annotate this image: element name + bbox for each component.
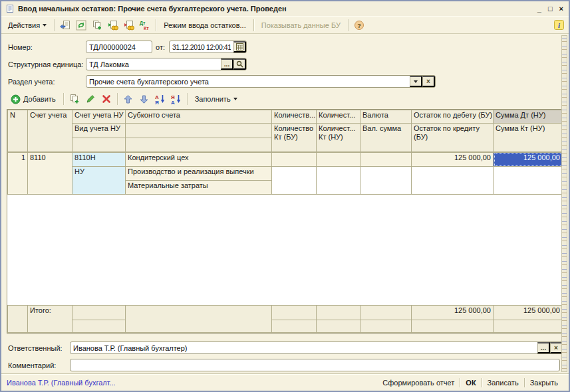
cell-account[interactable]: 8110	[28, 153, 72, 195]
date-input[interactable]	[170, 41, 233, 52]
delete-row-button[interactable]	[99, 92, 114, 106]
unpost-document-button[interactable]	[122, 18, 136, 33]
cell-qty-dt-nu[interactable]	[317, 153, 360, 167]
header-subconto-2[interactable]	[126, 124, 272, 138]
minimize-button[interactable]: _	[537, 5, 541, 12]
close-form-button[interactable]: Закрыть	[525, 377, 563, 389]
copy-document-button[interactable]	[90, 18, 104, 33]
help-button[interactable]: ?	[352, 18, 366, 33]
cell-credit-balance[interactable]	[412, 167, 494, 195]
copy-row-button[interactable]	[67, 92, 82, 106]
cell-n[interactable]: 1	[8, 153, 28, 195]
cell-sum-dt-nu-selected[interactable]: 125 000,00	[494, 153, 563, 167]
header-subconto[interactable]: Субконто счета	[126, 110, 272, 124]
header-account[interactable]: Счет учета	[28, 110, 72, 152]
title-bar: Ввод начальных остатков: Прочие счета бу…	[1, 1, 569, 16]
add-row-button[interactable]: Добавить	[7, 92, 60, 106]
header-qty-dt-bu[interactable]: Количеств...	[272, 110, 317, 124]
header-account-nu[interactable]: Счет учета НУ	[72, 110, 126, 124]
header-credit-balance[interactable]: Остаток по кредиту (БУ)	[412, 124, 494, 152]
dropdown-arrow-icon	[233, 98, 237, 100]
unit-select-button[interactable]: ...	[221, 58, 233, 70]
delete-icon	[102, 94, 111, 104]
header-sum-kt-nu[interactable]: Сумма Кт (НУ)	[494, 124, 563, 152]
refresh-button[interactable]	[74, 18, 88, 33]
generate-report-button[interactable]: Сформировать отчет	[377, 377, 460, 389]
svg-text:Дт: Дт	[140, 21, 146, 26]
unit-search-button[interactable]	[233, 58, 246, 70]
sort-ascending-button[interactable]: А Я	[153, 92, 168, 106]
toolbar-separator	[54, 19, 55, 31]
grid-toolbar: Добавить	[7, 91, 241, 107]
header-kind-nu[interactable]: Вид учета НУ	[72, 124, 126, 138]
reread-button[interactable]	[58, 18, 72, 33]
grid-empty-area	[7, 195, 563, 305]
cell-qty-kt-bu[interactable]	[272, 167, 317, 195]
structural-unit-label: Структурная единица:	[8, 60, 83, 68]
comment-label: Комментарий:	[8, 361, 56, 369]
save-button[interactable]: Записать	[482, 377, 524, 389]
totals-currency	[360, 306, 412, 320]
toolbar-separator	[348, 19, 349, 31]
header-currency[interactable]: Валюта	[360, 110, 412, 124]
cell-kind-nu[interactable]: НУ	[72, 167, 126, 195]
section-clear-button[interactable]: ×	[422, 76, 435, 87]
header-qty-dt-nu[interactable]: Количест...	[317, 110, 360, 124]
move-up-button[interactable]	[121, 92, 136, 106]
cell-qty-dt-bu[interactable]	[272, 153, 317, 167]
date-from-label: от:	[156, 43, 165, 51]
svg-text:А: А	[171, 100, 175, 105]
comment-input[interactable]	[71, 359, 559, 371]
move-down-button[interactable]	[137, 92, 152, 106]
cell-sum-kt-nu[interactable]	[494, 167, 563, 195]
cell-currency-sum[interactable]	[360, 167, 412, 195]
fill-button[interactable]: Заполнить	[191, 93, 241, 105]
copy-icon	[69, 94, 80, 104]
header-qty-kt-nu[interactable]: Количест... Кт (НУ)	[317, 124, 360, 152]
ok-button[interactable]: ОК	[460, 377, 481, 389]
maximize-button[interactable]: □	[548, 5, 553, 12]
header-sum-dt-nu[interactable]: Сумма Дт (НУ)	[494, 110, 563, 124]
responsible-select-button[interactable]: ...	[537, 342, 550, 353]
actions-button[interactable]: Действия	[4, 19, 51, 31]
show-bu-data-button[interactable]: Показывать данные БУ	[257, 19, 345, 31]
totals-sum-dt: 125 000,00	[494, 306, 563, 320]
edit-row-button[interactable]	[83, 92, 98, 106]
totals-debit: 125 000,00	[412, 306, 494, 320]
info-button[interactable]: i	[551, 18, 566, 33]
mode-button-label: Режим ввода остатков...	[164, 21, 246, 29]
show-bu-label: Показывать данные БУ	[261, 21, 341, 29]
cell-subconto-2[interactable]: Производство и реализация выпечки	[126, 167, 272, 181]
header-kind-nu-2[interactable]	[72, 138, 126, 152]
structural-unit-input[interactable]	[86, 58, 221, 70]
header-debit-balance[interactable]: Остаток по дебету (БУ)	[412, 110, 494, 124]
balance-entry-mode-button[interactable]: Режим ввода остатков...	[160, 19, 250, 31]
cell-debit-balance[interactable]: 125 000,00	[412, 153, 494, 167]
cell-account-nu[interactable]: 8110Н	[72, 153, 126, 167]
responsible-input[interactable]	[71, 342, 537, 353]
header-subconto-3[interactable]	[126, 138, 272, 152]
cell-subconto-3[interactable]: Материальные затраты	[126, 181, 272, 195]
calendar-icon	[236, 43, 243, 50]
cell-subconto-1[interactable]: Кондитерский цех	[126, 153, 272, 167]
toolbar-separator	[156, 19, 156, 31]
sort-asc-icon: А Я	[154, 94, 166, 104]
post-document-button[interactable]	[106, 18, 120, 33]
cell-qty-kt-nu[interactable]	[317, 167, 360, 195]
calendar-button[interactable]	[233, 41, 246, 52]
cell-currency[interactable]	[360, 153, 412, 167]
close-button[interactable]: ×	[559, 5, 563, 12]
header-n[interactable]: N	[8, 110, 28, 152]
account-section-input[interactable]	[86, 76, 410, 87]
totals-n	[8, 306, 28, 333]
date-field-group	[169, 41, 247, 53]
sort-descending-button[interactable]: Я А	[169, 92, 184, 106]
number-input[interactable]	[86, 41, 152, 52]
dt-kt-button[interactable]: Дт Кт	[138, 18, 152, 33]
number-field-group	[86, 41, 152, 53]
form-scrollbar[interactable]	[561, 35, 567, 372]
help-icon: ?	[354, 20, 364, 31]
header-qty-kt-bu[interactable]: Количество Кт (БУ)	[272, 124, 317, 152]
header-currency-sum[interactable]: Вал. сумма	[360, 124, 412, 152]
section-dropdown-button[interactable]	[410, 76, 422, 87]
